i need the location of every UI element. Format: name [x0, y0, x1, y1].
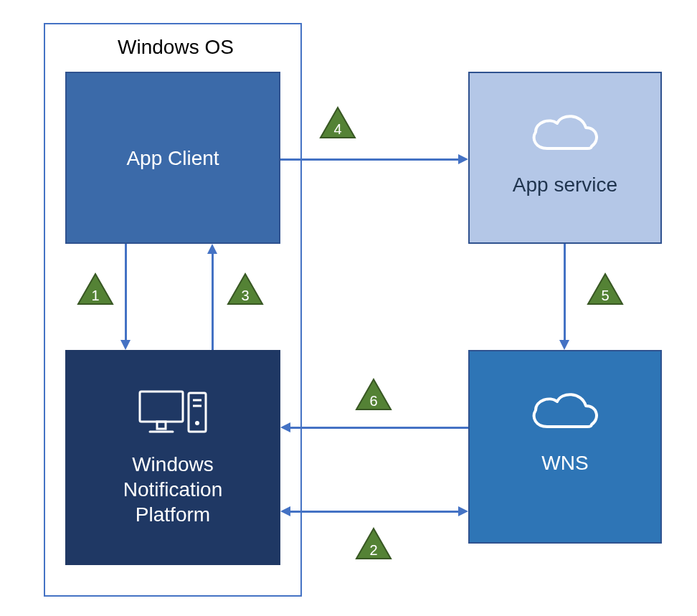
arrow-step-5: [564, 244, 566, 340]
step-number-6: 6: [369, 394, 377, 408]
cloud-icon: [526, 109, 604, 162]
svg-point-6: [195, 421, 199, 425]
arrowhead-step-3: [207, 244, 217, 254]
arrowhead-step-1: [120, 340, 131, 350]
node-wns-label: WNS: [541, 450, 588, 475]
arrow-step-1: [125, 244, 127, 340]
arrowhead-step-2-left: [280, 506, 290, 516]
step-triangle-1: 1: [77, 273, 114, 305]
node-wnp: Windows Notification Platform: [65, 350, 280, 565]
desktop-tower-icon: [137, 389, 209, 442]
node-app-client: App Client: [65, 72, 280, 244]
node-wns: WNS: [468, 350, 662, 544]
svg-rect-0: [140, 392, 183, 422]
step-triangle-5: 5: [587, 273, 624, 305]
step-triangle-3: 3: [227, 273, 264, 305]
cloud-icon: [526, 387, 604, 440]
windows-os-title: Windows OS: [100, 36, 251, 59]
step-number-2: 2: [369, 543, 377, 557]
arrowhead-step-4: [458, 154, 468, 164]
step-number-4: 4: [333, 122, 341, 136]
step-number-1: 1: [91, 288, 99, 303]
arrow-step-2: [290, 511, 458, 513]
arrowhead-step-5: [559, 340, 569, 350]
node-app-service: App service: [468, 72, 662, 244]
step-triangle-4: 4: [319, 106, 356, 139]
step-number-5: 5: [601, 288, 609, 303]
step-triangle-2: 2: [355, 527, 392, 560]
node-app-service-label: App service: [513, 172, 617, 197]
svg-rect-3: [189, 393, 206, 432]
arrowhead-step-2-right: [458, 506, 468, 516]
node-wnp-label: Windows Notification Platform: [123, 452, 223, 527]
svg-rect-1: [157, 422, 166, 429]
step-number-3: 3: [241, 288, 249, 303]
arrow-step-6: [290, 427, 468, 429]
arrowhead-step-6: [280, 422, 290, 432]
arrow-step-4: [280, 158, 458, 161]
step-triangle-6: 6: [355, 378, 392, 411]
arrow-step-3: [212, 254, 214, 350]
node-app-client-label: App Client: [126, 146, 219, 171]
